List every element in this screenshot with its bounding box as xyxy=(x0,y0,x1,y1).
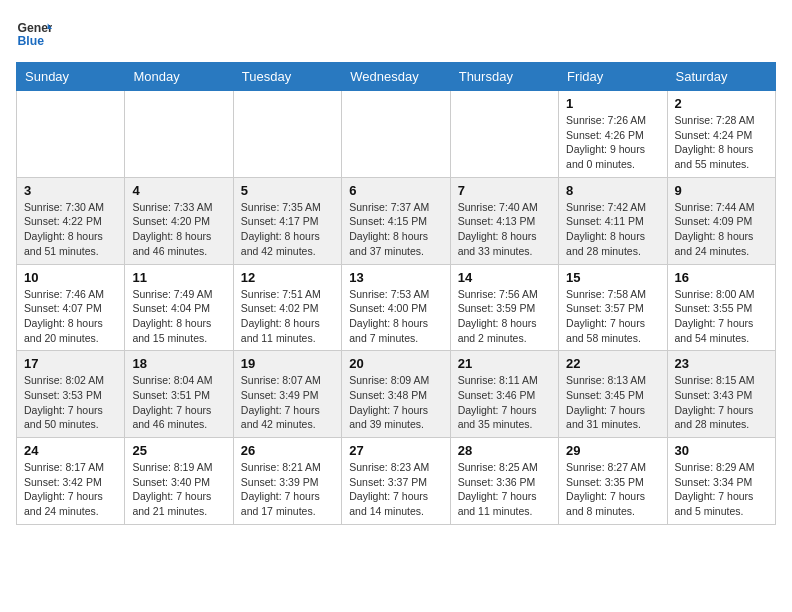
calendar-cell: 11Sunrise: 7:49 AM Sunset: 4:04 PM Dayli… xyxy=(125,264,233,351)
day-number: 27 xyxy=(349,443,442,458)
day-info: Sunrise: 8:02 AM Sunset: 3:53 PM Dayligh… xyxy=(24,373,117,432)
day-number: 22 xyxy=(566,356,659,371)
calendar-cell: 14Sunrise: 7:56 AM Sunset: 3:59 PM Dayli… xyxy=(450,264,558,351)
day-info: Sunrise: 7:53 AM Sunset: 4:00 PM Dayligh… xyxy=(349,287,442,346)
calendar-cell: 13Sunrise: 7:53 AM Sunset: 4:00 PM Dayli… xyxy=(342,264,450,351)
day-number: 6 xyxy=(349,183,442,198)
day-info: Sunrise: 7:56 AM Sunset: 3:59 PM Dayligh… xyxy=(458,287,551,346)
day-number: 7 xyxy=(458,183,551,198)
day-info: Sunrise: 7:58 AM Sunset: 3:57 PM Dayligh… xyxy=(566,287,659,346)
week-row-3: 10Sunrise: 7:46 AM Sunset: 4:07 PM Dayli… xyxy=(17,264,776,351)
calendar-cell: 28Sunrise: 8:25 AM Sunset: 3:36 PM Dayli… xyxy=(450,438,558,525)
calendar-cell: 30Sunrise: 8:29 AM Sunset: 3:34 PM Dayli… xyxy=(667,438,775,525)
day-info: Sunrise: 8:29 AM Sunset: 3:34 PM Dayligh… xyxy=(675,460,768,519)
day-info: Sunrise: 7:26 AM Sunset: 4:26 PM Dayligh… xyxy=(566,113,659,172)
calendar-cell: 17Sunrise: 8:02 AM Sunset: 3:53 PM Dayli… xyxy=(17,351,125,438)
day-number: 9 xyxy=(675,183,768,198)
day-number: 17 xyxy=(24,356,117,371)
calendar-cell xyxy=(450,91,558,178)
calendar-cell: 4Sunrise: 7:33 AM Sunset: 4:20 PM Daylig… xyxy=(125,177,233,264)
calendar-cell: 26Sunrise: 8:21 AM Sunset: 3:39 PM Dayli… xyxy=(233,438,341,525)
weekday-header-wednesday: Wednesday xyxy=(342,63,450,91)
calendar-cell: 8Sunrise: 7:42 AM Sunset: 4:11 PM Daylig… xyxy=(559,177,667,264)
day-info: Sunrise: 8:27 AM Sunset: 3:35 PM Dayligh… xyxy=(566,460,659,519)
weekday-header-monday: Monday xyxy=(125,63,233,91)
calendar-table: SundayMondayTuesdayWednesdayThursdayFrid… xyxy=(16,62,776,525)
day-info: Sunrise: 7:30 AM Sunset: 4:22 PM Dayligh… xyxy=(24,200,117,259)
day-number: 29 xyxy=(566,443,659,458)
calendar-cell: 6Sunrise: 7:37 AM Sunset: 4:15 PM Daylig… xyxy=(342,177,450,264)
day-info: Sunrise: 8:21 AM Sunset: 3:39 PM Dayligh… xyxy=(241,460,334,519)
weekday-header-friday: Friday xyxy=(559,63,667,91)
day-info: Sunrise: 7:51 AM Sunset: 4:02 PM Dayligh… xyxy=(241,287,334,346)
day-info: Sunrise: 8:13 AM Sunset: 3:45 PM Dayligh… xyxy=(566,373,659,432)
week-row-2: 3Sunrise: 7:30 AM Sunset: 4:22 PM Daylig… xyxy=(17,177,776,264)
day-number: 8 xyxy=(566,183,659,198)
logo-icon: General Blue xyxy=(16,16,52,52)
day-number: 19 xyxy=(241,356,334,371)
day-info: Sunrise: 7:46 AM Sunset: 4:07 PM Dayligh… xyxy=(24,287,117,346)
day-info: Sunrise: 8:00 AM Sunset: 3:55 PM Dayligh… xyxy=(675,287,768,346)
day-number: 18 xyxy=(132,356,225,371)
calendar-cell: 2Sunrise: 7:28 AM Sunset: 4:24 PM Daylig… xyxy=(667,91,775,178)
day-info: Sunrise: 8:17 AM Sunset: 3:42 PM Dayligh… xyxy=(24,460,117,519)
day-number: 28 xyxy=(458,443,551,458)
day-number: 15 xyxy=(566,270,659,285)
svg-text:Blue: Blue xyxy=(17,34,44,48)
day-info: Sunrise: 8:04 AM Sunset: 3:51 PM Dayligh… xyxy=(132,373,225,432)
calendar-cell: 18Sunrise: 8:04 AM Sunset: 3:51 PM Dayli… xyxy=(125,351,233,438)
day-info: Sunrise: 7:28 AM Sunset: 4:24 PM Dayligh… xyxy=(675,113,768,172)
calendar-cell: 29Sunrise: 8:27 AM Sunset: 3:35 PM Dayli… xyxy=(559,438,667,525)
calendar-cell: 12Sunrise: 7:51 AM Sunset: 4:02 PM Dayli… xyxy=(233,264,341,351)
week-row-1: 1Sunrise: 7:26 AM Sunset: 4:26 PM Daylig… xyxy=(17,91,776,178)
day-number: 21 xyxy=(458,356,551,371)
weekday-header-tuesday: Tuesday xyxy=(233,63,341,91)
day-info: Sunrise: 8:11 AM Sunset: 3:46 PM Dayligh… xyxy=(458,373,551,432)
day-number: 25 xyxy=(132,443,225,458)
day-number: 30 xyxy=(675,443,768,458)
calendar-cell: 22Sunrise: 8:13 AM Sunset: 3:45 PM Dayli… xyxy=(559,351,667,438)
calendar-cell: 19Sunrise: 8:07 AM Sunset: 3:49 PM Dayli… xyxy=(233,351,341,438)
week-row-5: 24Sunrise: 8:17 AM Sunset: 3:42 PM Dayli… xyxy=(17,438,776,525)
weekday-header-sunday: Sunday xyxy=(17,63,125,91)
day-info: Sunrise: 7:40 AM Sunset: 4:13 PM Dayligh… xyxy=(458,200,551,259)
weekday-header-thursday: Thursday xyxy=(450,63,558,91)
calendar-cell: 3Sunrise: 7:30 AM Sunset: 4:22 PM Daylig… xyxy=(17,177,125,264)
day-info: Sunrise: 8:09 AM Sunset: 3:48 PM Dayligh… xyxy=(349,373,442,432)
day-number: 16 xyxy=(675,270,768,285)
day-info: Sunrise: 7:35 AM Sunset: 4:17 PM Dayligh… xyxy=(241,200,334,259)
calendar-cell xyxy=(233,91,341,178)
day-number: 14 xyxy=(458,270,551,285)
day-number: 3 xyxy=(24,183,117,198)
day-info: Sunrise: 8:07 AM Sunset: 3:49 PM Dayligh… xyxy=(241,373,334,432)
day-number: 5 xyxy=(241,183,334,198)
day-number: 4 xyxy=(132,183,225,198)
day-number: 13 xyxy=(349,270,442,285)
calendar-cell xyxy=(125,91,233,178)
day-number: 24 xyxy=(24,443,117,458)
calendar-cell: 25Sunrise: 8:19 AM Sunset: 3:40 PM Dayli… xyxy=(125,438,233,525)
calendar-cell: 16Sunrise: 8:00 AM Sunset: 3:55 PM Dayli… xyxy=(667,264,775,351)
day-number: 10 xyxy=(24,270,117,285)
calendar-cell: 7Sunrise: 7:40 AM Sunset: 4:13 PM Daylig… xyxy=(450,177,558,264)
calendar-cell: 9Sunrise: 7:44 AM Sunset: 4:09 PM Daylig… xyxy=(667,177,775,264)
svg-text:General: General xyxy=(17,21,52,35)
calendar-cell: 10Sunrise: 7:46 AM Sunset: 4:07 PM Dayli… xyxy=(17,264,125,351)
day-number: 2 xyxy=(675,96,768,111)
page-header: General Blue xyxy=(16,16,776,52)
calendar-cell: 1Sunrise: 7:26 AM Sunset: 4:26 PM Daylig… xyxy=(559,91,667,178)
day-info: Sunrise: 7:44 AM Sunset: 4:09 PM Dayligh… xyxy=(675,200,768,259)
calendar-cell xyxy=(342,91,450,178)
weekday-header-row: SundayMondayTuesdayWednesdayThursdayFrid… xyxy=(17,63,776,91)
day-info: Sunrise: 8:23 AM Sunset: 3:37 PM Dayligh… xyxy=(349,460,442,519)
weekday-header-saturday: Saturday xyxy=(667,63,775,91)
day-info: Sunrise: 7:37 AM Sunset: 4:15 PM Dayligh… xyxy=(349,200,442,259)
day-info: Sunrise: 7:49 AM Sunset: 4:04 PM Dayligh… xyxy=(132,287,225,346)
day-number: 12 xyxy=(241,270,334,285)
calendar-cell: 21Sunrise: 8:11 AM Sunset: 3:46 PM Dayli… xyxy=(450,351,558,438)
calendar-cell: 23Sunrise: 8:15 AM Sunset: 3:43 PM Dayli… xyxy=(667,351,775,438)
day-number: 1 xyxy=(566,96,659,111)
logo: General Blue xyxy=(16,16,52,52)
calendar-cell: 5Sunrise: 7:35 AM Sunset: 4:17 PM Daylig… xyxy=(233,177,341,264)
day-info: Sunrise: 8:25 AM Sunset: 3:36 PM Dayligh… xyxy=(458,460,551,519)
